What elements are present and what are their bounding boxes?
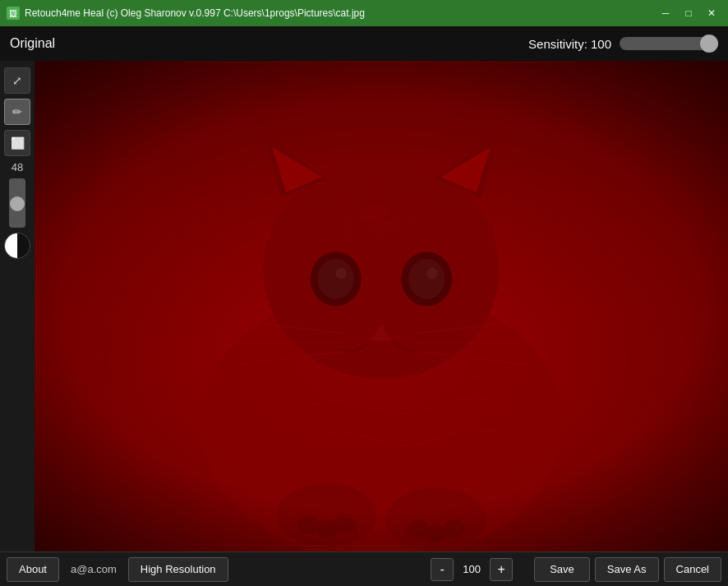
- eraser-button[interactable]: ⬜: [4, 130, 30, 156]
- email-label: a@a.com: [64, 563, 123, 575]
- titlebar: 🖼 Retouch4me Heal (c) Oleg Sharonov v.0.…: [0, 0, 728, 26]
- contrast-button[interactable]: [4, 233, 30, 259]
- brush-icon: ✏: [12, 105, 22, 118]
- action-buttons: Save Save As Cancel: [534, 557, 721, 582]
- zoom-in-button[interactable]: +: [490, 558, 513, 581]
- sensitivity-container: Sensitivity: 100: [528, 37, 718, 51]
- titlebar-controls: ─ □ ✕: [656, 5, 721, 21]
- sensitivity-slider[interactable]: [620, 37, 718, 50]
- brush-size-label: 48: [12, 161, 23, 173]
- minimize-button[interactable]: ─: [656, 5, 675, 21]
- app-icon: 🖼: [7, 7, 20, 20]
- save-button[interactable]: Save: [534, 557, 590, 582]
- expand-button[interactable]: ⤢: [4, 67, 30, 94]
- zoom-controls: - 100 +: [431, 558, 513, 581]
- about-button[interactable]: About: [7, 557, 59, 582]
- save-as-button[interactable]: Save As: [595, 557, 659, 582]
- close-button[interactable]: ✕: [702, 5, 721, 21]
- titlebar-left: 🖼 Retouch4me Heal (c) Oleg Sharonov v.0.…: [7, 7, 365, 20]
- zoom-out-button[interactable]: -: [431, 558, 454, 581]
- brush-size-slider-container: [9, 178, 25, 228]
- brush-size-slider[interactable]: [9, 178, 25, 228]
- toolbar: ⤢ ✏ ⬜ 48: [0, 61, 35, 551]
- zoom-value-label: 100: [457, 563, 486, 575]
- canvas-area[interactable]: [35, 61, 728, 551]
- expand-icon: ⤢: [12, 74, 22, 87]
- main-area: ⤢ ✏ ⬜ 48: [0, 61, 728, 551]
- high-resolution-button[interactable]: High Resolution: [128, 557, 228, 582]
- svg-rect-30: [35, 61, 728, 551]
- cancel-button[interactable]: Cancel: [664, 557, 721, 582]
- maximize-button[interactable]: □: [679, 5, 698, 21]
- cat-image: [35, 61, 728, 551]
- eraser-icon: ⬜: [11, 136, 25, 150]
- sensitivity-label: Sensitivity: 100: [528, 37, 611, 51]
- original-label: Original: [10, 36, 55, 51]
- titlebar-title: Retouch4me Heal (c) Oleg Sharonov v.0.99…: [25, 7, 365, 19]
- header: Original Sensitivity: 100: [0, 26, 728, 61]
- brush-button[interactable]: ✏: [4, 99, 30, 125]
- footer: About a@a.com High Resolution - 100 + Sa…: [0, 551, 728, 586]
